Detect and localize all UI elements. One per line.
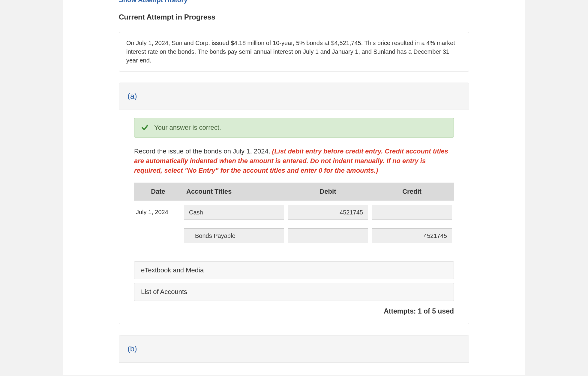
attempt-heading: Current Attempt in Progress — [119, 7, 469, 28]
col-header-credit: Credit — [370, 183, 454, 201]
table-row: Bonds Payable 4521745 — [134, 224, 454, 247]
show-attempt-history-link[interactable]: Show Attempt History — [119, 0, 188, 4]
part-a-label: (a) — [128, 92, 137, 101]
credit-input[interactable] — [372, 205, 452, 220]
part-a-header: (a) — [119, 83, 469, 110]
attempts-used: Attempts: 1 of 5 used — [134, 301, 454, 318]
credit-input[interactable]: 4521745 — [372, 228, 452, 243]
feedback-text: Your answer is correct. — [154, 123, 221, 132]
part-a: (a) Your answer is correct. Record the i… — [119, 83, 469, 324]
col-header-date: Date — [134, 183, 182, 201]
journal-entry-table: Date Account Titles Debit Credit July 1,… — [134, 183, 454, 247]
col-header-debit: Debit — [286, 183, 370, 201]
feedback-correct-banner: Your answer is correct. — [134, 118, 454, 138]
instruction-plain: Record the issue of the bonds on July 1,… — [134, 147, 272, 155]
check-icon — [141, 124, 149, 132]
col-header-account: Account Titles — [182, 183, 286, 201]
part-b-label: (b) — [128, 344, 137, 353]
part-b-header: (b) — [119, 335, 469, 363]
problem-text: On July 1, 2024, Sunland Corp. issued $4… — [126, 40, 455, 64]
debit-input[interactable]: 4521745 — [288, 205, 368, 220]
date-cell — [134, 224, 182, 247]
date-cell: July 1, 2024 — [134, 201, 182, 224]
problem-statement: On July 1, 2024, Sunland Corp. issued $4… — [119, 32, 469, 72]
part-a-instructions: Record the issue of the bonds on July 1,… — [134, 147, 454, 175]
list-of-accounts-button[interactable]: List of Accounts — [134, 283, 454, 301]
etextbook-media-button[interactable]: eTextbook and Media — [134, 261, 454, 279]
table-row: July 1, 2024 Cash 4521745 — [134, 201, 454, 224]
debit-input[interactable] — [288, 228, 368, 243]
table-header-row: Date Account Titles Debit Credit — [134, 183, 454, 201]
part-b: (b) — [119, 335, 469, 363]
account-title-input[interactable]: Bonds Payable — [184, 228, 284, 243]
account-title-input[interactable]: Cash — [184, 205, 284, 220]
